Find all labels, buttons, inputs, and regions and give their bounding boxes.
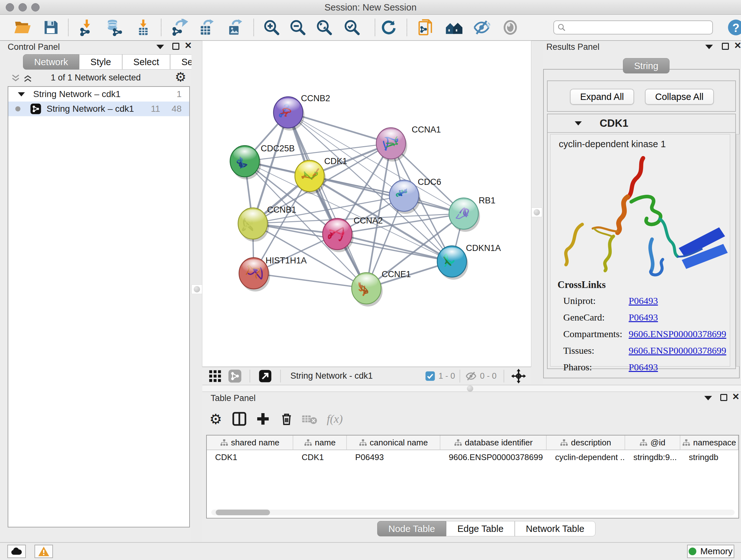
table-cell[interactable]: CDK1	[207, 450, 293, 464]
right-splitter-handle[interactable]	[531, 207, 542, 217]
results-scrollbar[interactable]	[736, 134, 740, 367]
column-header-canonical-name[interactable]: canonical name	[347, 435, 441, 449]
import-network-button[interactable]	[77, 18, 97, 37]
automation-cloud-button[interactable]	[7, 545, 26, 558]
table-cell[interactable]: P06493	[347, 450, 441, 464]
collection-expander-icon[interactable]	[18, 92, 25, 97]
export-network-button[interactable]	[170, 18, 189, 37]
clone-network-button[interactable]	[417, 18, 436, 37]
tab-select[interactable]: Select	[122, 54, 171, 70]
node-CCNE1[interactable]: CCNE1	[352, 269, 411, 307]
table-panel-float-icon[interactable]	[720, 394, 727, 401]
open-in-new-window-icon[interactable]	[259, 369, 272, 383]
results-panel-menu-icon[interactable]	[705, 45, 713, 49]
tab-string[interactable]: String	[623, 58, 670, 73]
open-session-button[interactable]	[13, 18, 32, 37]
left-splitter[interactable]	[192, 41, 202, 542]
column-header-description[interactable]: description	[547, 435, 625, 449]
zoom-out-button[interactable]	[288, 18, 307, 37]
node-RB1[interactable]: RB1	[449, 196, 495, 232]
select-columns-icon[interactable]	[229, 409, 250, 429]
node-CCNB1[interactable]: CCNB1	[238, 205, 296, 242]
gear-icon[interactable]: ⚙	[175, 70, 186, 84]
table-cell[interactable]: stringdb:9...	[625, 450, 681, 464]
column-header-id[interactable]: @id	[625, 435, 681, 449]
memory-button[interactable]: Memory	[687, 545, 734, 558]
show-hide-graphics-button[interactable]	[472, 18, 491, 37]
node-CDKN1A[interactable]: CDKN1A	[437, 243, 501, 280]
network-view-icon[interactable]	[228, 369, 242, 383]
import-table-button[interactable]	[134, 18, 153, 37]
function-builder-icon[interactable]: f(x)	[327, 412, 343, 426]
tab-node-table[interactable]: Node Table	[377, 521, 446, 537]
delete-table-icon[interactable]	[299, 409, 320, 429]
add-column-icon[interactable]	[253, 409, 273, 429]
warnings-button[interactable]	[35, 545, 53, 558]
maximize-window-button[interactable]	[31, 3, 40, 11]
collapse-all-button[interactable]: Collapse All	[645, 89, 714, 105]
node-HIST1H1A[interactable]: HIST1H1A	[239, 256, 307, 292]
help-button[interactable]: ?	[726, 18, 741, 37]
selected-checkbox-icon[interactable]	[425, 371, 435, 381]
node-CDK1[interactable]: CDK1	[295, 157, 347, 194]
string-home-button[interactable]	[444, 18, 463, 37]
grid-view-icon[interactable]	[208, 369, 222, 383]
table-panel-menu-icon[interactable]	[704, 396, 712, 400]
node-CDC6[interactable]: CDC6	[389, 177, 441, 214]
table-hscrollbar[interactable]	[211, 509, 735, 515]
pan-crosshair-icon[interactable]	[511, 369, 526, 383]
results-panel-close-icon[interactable]: ✕	[734, 42, 741, 49]
birds-eye-view-button[interactable]	[501, 18, 520, 37]
network-canvas[interactable]: CCNB2CCNA1CDC25BCDK1CDC6RB1CCNB1CCNA2CDK…	[202, 41, 531, 367]
tab-network[interactable]: Network	[23, 54, 79, 70]
protein-expander-icon[interactable]	[575, 121, 582, 125]
export-image-button[interactable]	[225, 18, 244, 37]
network-graph[interactable]: CCNB2CCNA1CDC25BCDK1CDC6RB1CCNB1CCNA2CDK…	[202, 41, 531, 367]
collapse-all-icon[interactable]	[11, 74, 20, 82]
tab-network-table[interactable]: Network Table	[515, 521, 596, 537]
left-splitter-handle[interactable]	[192, 285, 202, 294]
delete-column-icon[interactable]	[276, 409, 297, 429]
control-panel-float-icon[interactable]	[172, 43, 179, 50]
table-cell[interactable]: 9606.ENSP00000378699	[441, 450, 547, 464]
tab-edge-table[interactable]: Edge Table	[446, 521, 515, 537]
crosslink-link[interactable]: P06493	[629, 362, 658, 373]
control-panel-menu-icon[interactable]	[156, 45, 164, 49]
results-panel-float-icon[interactable]	[722, 43, 729, 50]
column-header-shared-name[interactable]: shared name	[207, 435, 293, 449]
crosslink-link[interactable]: 9606.ENSP00000378699	[629, 328, 726, 339]
table-gear-icon[interactable]: ⚙	[205, 409, 226, 429]
node-CCNA1[interactable]: CCNA1	[376, 125, 441, 162]
export-table-button[interactable]	[197, 18, 216, 37]
minimize-window-button[interactable]	[18, 3, 27, 11]
close-window-button[interactable]	[6, 3, 14, 11]
expand-all-icon[interactable]	[23, 74, 32, 82]
hidden-eye-slash-icon[interactable]	[465, 370, 477, 382]
network-row[interactable]: String Network – cdk1 11 48	[8, 102, 189, 116]
table-cell[interactable]: stringdb	[680, 450, 738, 464]
zoom-selected-button[interactable]	[342, 18, 361, 37]
bottom-splitter[interactable]	[202, 385, 741, 392]
protein-card-header[interactable]: CDK1	[548, 114, 735, 133]
crosslink-link[interactable]: P06493	[629, 295, 658, 306]
column-header-namespace[interactable]: namespace	[680, 435, 738, 449]
import-network-from-database-button[interactable]	[105, 18, 124, 37]
expand-all-button[interactable]: Expand All	[570, 89, 634, 105]
apply-layout-button[interactable]	[379, 18, 398, 37]
edge-HIST1H1A-CCNE1[interactable]	[254, 273, 366, 288]
table-hscrollbar-thumb[interactable]	[216, 509, 270, 515]
node-CDC25B[interactable]: CDC25B	[230, 144, 295, 179]
crosslink-link[interactable]: P06493	[629, 312, 658, 323]
table-row[interactable]: CDK1CDK1P064939606.ENSP00000378699cyclin…	[207, 450, 738, 464]
network-collection-row[interactable]: String Network – cdk1 1	[8, 87, 189, 102]
control-panel-close-icon[interactable]: ✕	[185, 42, 192, 49]
table-cell[interactable]: CDK1	[293, 450, 347, 464]
crosslink-link[interactable]: 9606.ENSP00000378699	[629, 345, 726, 356]
table-cell[interactable]: cyclin-dependent ...	[547, 450, 625, 464]
zoom-in-button[interactable]	[262, 18, 281, 37]
search-input[interactable]	[553, 20, 713, 35]
right-splitter[interactable]	[531, 41, 542, 385]
zoom-fit-button[interactable]	[315, 18, 334, 37]
table-panel-close-icon[interactable]: ✕	[732, 393, 739, 400]
column-header-database-identifier[interactable]: database identifier	[441, 435, 547, 449]
